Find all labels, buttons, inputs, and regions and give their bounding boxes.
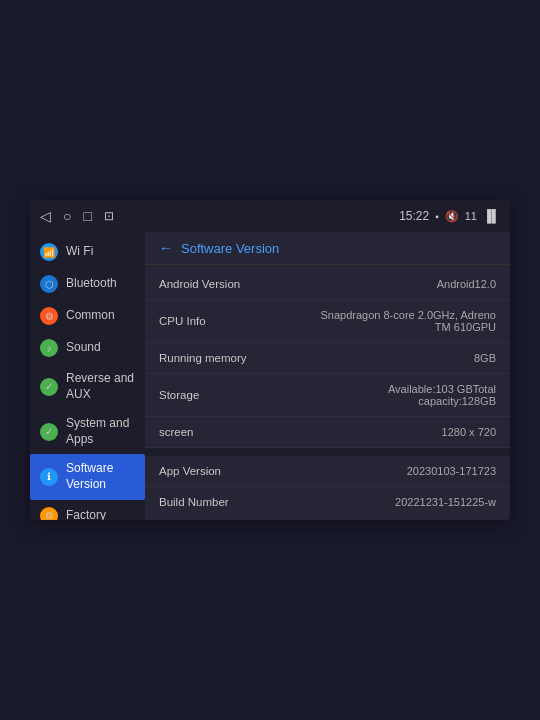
sidebar-item-common[interactable]: ⚙Common	[30, 300, 145, 332]
info-label: Android Version	[159, 278, 240, 290]
cast-icon[interactable]: ⊡	[104, 209, 114, 223]
sidebar-label-factory: Factory	[66, 508, 106, 520]
detail-panel: ← Software Version Android VersionAndroi…	[145, 232, 510, 520]
info-label: Running memory	[159, 352, 247, 364]
signal-icon: ▪	[435, 211, 439, 222]
info-value: Android12.0	[437, 278, 496, 290]
status-bar: ◁ ○ □ ⊡ 15:22 ▪ 🔇 11 ▐▌	[30, 200, 510, 232]
info-row: StorageAvailable:103 GBTotal capacity:12…	[145, 374, 510, 417]
info-label: App Version	[159, 465, 221, 477]
info-label: Build Number	[159, 496, 229, 508]
sidebar-label-wifi: Wi Fi	[66, 244, 93, 260]
system-icon: ✓	[40, 423, 58, 441]
sidebar-item-sound[interactable]: ♪Sound	[30, 332, 145, 364]
factory-icon: ⚙	[40, 507, 58, 520]
software-icon: ℹ	[40, 468, 58, 486]
detail-content: Android VersionAndroid12.0CPU InfoSnapdr…	[145, 265, 510, 520]
bluetooth-icon: ⬡	[40, 275, 58, 293]
sidebar-item-reverse[interactable]: ✓Reverse and AUX	[30, 364, 145, 409]
info-value: 1280 x 720	[442, 426, 496, 438]
sidebar-item-system[interactable]: ✓System and Apps	[30, 409, 145, 454]
nav-recent-icon[interactable]: □	[83, 208, 91, 224]
sidebar-label-sound: Sound	[66, 340, 101, 356]
sound-icon: ♪	[40, 339, 58, 357]
reverse-icon: ✓	[40, 378, 58, 396]
info-label: screen	[159, 426, 194, 438]
nav-home-icon[interactable]: ○	[63, 208, 71, 224]
sidebar-label-software: Software Version	[66, 461, 135, 492]
info-row: Android VersionAndroid12.0	[145, 269, 510, 300]
status-indicators: 15:22 ▪ 🔇 11 ▐▌	[399, 209, 500, 223]
device-frame: ◁ ○ □ ⊡ 15:22 ▪ 🔇 11 ▐▌ 📶Wi Fi⬡Bluetooth…	[30, 200, 510, 520]
sidebar: 📶Wi Fi⬡Bluetooth⚙Common♪Sound✓Reverse an…	[30, 232, 145, 520]
info-value: Snapdragon 8-core 2.0GHz, Adreno TM 610G…	[311, 309, 496, 333]
info-row: Build Number20221231-151225-w	[145, 487, 510, 517]
info-label: CPU Info	[159, 315, 206, 327]
volume-level: 11	[465, 210, 477, 222]
info-value: 8GB	[474, 352, 496, 364]
info-value: 20230103-171723	[407, 465, 496, 477]
info-row: Running memory8GB	[145, 343, 510, 374]
sidebar-label-common: Common	[66, 308, 115, 324]
battery-icon: ▐▌	[483, 209, 500, 223]
sidebar-item-bluetooth[interactable]: ⬡Bluetooth	[30, 268, 145, 300]
info-row: screen1280 x 720	[145, 417, 510, 448]
info-row: App Version20230103-171723	[145, 456, 510, 487]
sidebar-label-bluetooth: Bluetooth	[66, 276, 117, 292]
common-icon: ⚙	[40, 307, 58, 325]
detail-title: Software Version	[181, 241, 279, 256]
wifi-icon: 📶	[40, 243, 58, 261]
info-row: CPU InfoSnapdragon 8-core 2.0GHz, Adreno…	[145, 300, 510, 343]
sidebar-label-reverse: Reverse and AUX	[66, 371, 135, 402]
sidebar-item-wifi[interactable]: 📶Wi Fi	[30, 236, 145, 268]
detail-back-button[interactable]: ←	[159, 240, 173, 256]
sidebar-item-software[interactable]: ℹSoftware Version	[30, 454, 145, 499]
detail-header: ← Software Version	[145, 232, 510, 265]
section-divider	[145, 448, 510, 456]
mute-icon: 🔇	[445, 210, 459, 223]
time-display: 15:22	[399, 209, 429, 223]
info-value: Available:103 GBTotal capacity:128GB	[311, 383, 496, 407]
info-value: 20221231-151225-w	[395, 496, 496, 508]
nav-back-icon[interactable]: ◁	[40, 208, 51, 224]
sidebar-item-factory[interactable]: ⚙Factory	[30, 500, 145, 520]
info-label: Storage	[159, 389, 199, 401]
nav-controls: ◁ ○ □ ⊡	[40, 208, 114, 224]
main-content: 📶Wi Fi⬡Bluetooth⚙Common♪Sound✓Reverse an…	[30, 232, 510, 520]
sidebar-label-system: System and Apps	[66, 416, 135, 447]
